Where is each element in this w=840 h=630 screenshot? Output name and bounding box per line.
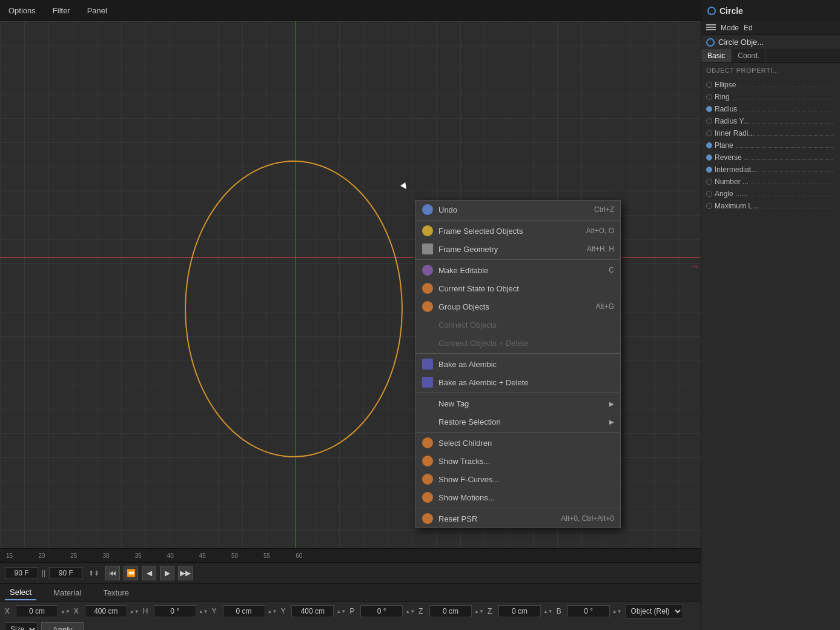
prop-maximum-l-radio[interactable]	[706, 203, 712, 209]
coord-p-input[interactable]	[360, 605, 403, 617]
coord-b-arrows[interactable]: ▲▼	[612, 609, 622, 614]
right-titlebar: Circle	[701, 0, 840, 21]
prop-intermediate-dots	[759, 167, 833, 172]
prop-number-label: Number ...	[706, 177, 749, 186]
prop-ring: Ring	[706, 91, 835, 103]
menu-item-select-children[interactable]: Select Children	[415, 434, 620, 452]
coord-x-arrows[interactable]: ▲▼	[61, 609, 70, 614]
rp-tabs: Basic Coord.	[701, 49, 840, 63]
size-dropdown[interactable]: Size	[5, 622, 38, 630]
coord-z-input[interactable]	[429, 605, 472, 617]
menu-item-restore-selection[interactable]: Restore Selection ▶	[415, 413, 620, 431]
object-rel-dropdown[interactable]: Object (Rel)	[626, 604, 683, 618]
prop-intermediate-radio[interactable]	[706, 167, 712, 173]
coord-y-arrows[interactable]: ▲▼	[268, 609, 277, 614]
tab-select[interactable]: Select	[5, 585, 36, 600]
prop-radius-radio[interactable]	[706, 106, 712, 112]
prop-angle: Angle ......	[706, 188, 835, 200]
prop-radius-y-radio[interactable]	[706, 118, 712, 124]
step-back-button[interactable]: ⏪	[124, 566, 138, 580]
coord-z-label: Z	[418, 607, 427, 615]
rp-tab-coord[interactable]: Coord.	[732, 49, 766, 62]
prop-ring-radio[interactable]	[706, 94, 712, 100]
menu-item-frame-selected[interactable]: Frame Selected Objects Alt+O, O	[415, 222, 620, 240]
menu-item-frame-geometry[interactable]: Frame Geometry Alt+H, H	[415, 240, 620, 258]
menu-item-undo[interactable]: Undo Ctrl+Z	[415, 201, 620, 219]
object-name-row: Circle Obje...	[701, 35, 840, 49]
apply-button[interactable]: Apply	[41, 622, 84, 630]
new-tag-icon	[422, 397, 434, 409]
coord-y-group: Y ▲▼	[212, 605, 277, 617]
coord-b-group: B ▲▼	[557, 605, 622, 617]
menu-item-make-editable[interactable]: Make Editable C	[415, 261, 620, 279]
rp-tab-basic[interactable]: Basic	[701, 49, 732, 62]
current-frame-input[interactable]	[5, 567, 38, 579]
show-motions-icon	[422, 491, 434, 503]
bottom-area: 15 20 25 30 35 40 45 50 55 60 || ⬆⬇ ⏮ ⏪ …	[0, 548, 701, 630]
frame-geometry-shortcut: Alt+H, H	[587, 245, 614, 253]
show-motions-label: Show Motions...	[438, 493, 614, 502]
connect-objects-label: Connect Objects	[438, 320, 614, 330]
coord-x-input[interactable]	[16, 605, 58, 617]
menu-filter[interactable]: Filter	[49, 4, 74, 18]
coord-wx-group: X ▲▼	[74, 605, 139, 617]
separator-1	[415, 220, 620, 220]
menu-item-new-tag[interactable]: New Tag ▶	[415, 394, 620, 413]
prop-ellipse-radio[interactable]	[706, 82, 712, 88]
play-button[interactable]: ▶	[160, 566, 174, 580]
step-back-frame-button[interactable]: ◀	[142, 566, 156, 580]
coord-wz-input[interactable]	[498, 605, 541, 617]
prop-inner-radius-dots	[756, 131, 833, 136]
prop-angle-radio[interactable]	[706, 191, 712, 197]
step-forward-frame-button[interactable]: ▶▶	[178, 566, 193, 580]
prop-inner-radius-radio[interactable]	[706, 130, 712, 136]
coord-p-label: P	[349, 607, 358, 615]
group-objects-shortcut: Alt+G	[596, 302, 614, 311]
menu-items: Options Filter Panel	[0, 4, 111, 18]
menu-options[interactable]: Options	[5, 4, 39, 18]
circle-object[interactable]	[185, 161, 403, 457]
coord-p-arrows[interactable]: ▲▼	[405, 609, 415, 614]
coord-z-arrows[interactable]: ▲▼	[474, 609, 484, 614]
prop-inner-radius: Inner Radi...	[706, 127, 835, 139]
menu-item-show-motions[interactable]: Show Motions...	[415, 488, 620, 506]
make-editable-shortcut: C	[609, 266, 614, 274]
prop-plane: Plane	[706, 139, 835, 151]
menu-item-bake-alembic[interactable]: Bake as Alembic	[415, 355, 620, 373]
coord-b-input[interactable]	[567, 605, 610, 617]
prop-plane-radio[interactable]	[706, 142, 712, 148]
prop-number-dots	[751, 179, 833, 184]
menu-item-reset-psr[interactable]: Reset PSR Alt+0, Ctrl+Alt+0	[415, 509, 620, 528]
coord-y-input[interactable]	[223, 605, 265, 617]
menu-item-show-tracks[interactable]: Show Tracks...	[415, 452, 620, 470]
menu-item-bake-alembic-delete[interactable]: Bake as Alembic + Delete	[415, 373, 620, 391]
select-children-label: Select Children	[438, 439, 614, 448]
tab-material[interactable]: Material	[48, 586, 86, 600]
menu-panel[interactable]: Panel	[84, 4, 111, 18]
coord-wy-arrows[interactable]: ▲▼	[336, 609, 346, 614]
coord-wx-input[interactable]	[85, 605, 127, 617]
ruler-tick-55: 55	[263, 552, 270, 559]
menu-item-group-objects[interactable]: Group Objects Alt+G	[415, 297, 620, 316]
coord-wz-arrows[interactable]: ▲▼	[543, 609, 553, 614]
prop-angle-label: Angle ......	[706, 190, 747, 198]
new-tag-arrow: ▶	[609, 400, 614, 407]
prop-reverse-label: Reverse	[706, 153, 742, 162]
coord-h-arrows[interactable]: ▲▼	[199, 609, 208, 614]
bake-alembic-label: Bake as Alembic	[438, 360, 614, 369]
make-editable-icon	[422, 264, 434, 276]
prop-number-radio[interactable]	[706, 179, 712, 185]
coord-wy-input[interactable]	[291, 605, 334, 617]
skip-to-start-button[interactable]: ⏮	[105, 566, 120, 580]
main-viewport[interactable]: pacing : 50 cm Undo Ctrl+Z Frame Selecte…	[0, 21, 701, 548]
coords-bar: X ▲▼ X ▲▼ H ▲▼ Y ▲▼ Y ▲▼ P ▲▼	[0, 601, 701, 630]
coord-h-input[interactable]	[154, 605, 196, 617]
menu-item-current-state[interactable]: Current State to Object	[415, 279, 620, 297]
coord-wx-arrows[interactable]: ▲▼	[130, 609, 139, 614]
tab-texture[interactable]: Texture	[98, 586, 134, 600]
total-frames-input[interactable]	[49, 567, 82, 579]
menu-item-show-fcurves[interactable]: Show F-Curves...	[415, 470, 620, 488]
prop-radius-dots	[739, 107, 833, 111]
prop-reverse-radio[interactable]	[706, 154, 712, 161]
current-state-label: Current State to Object	[438, 284, 608, 293]
